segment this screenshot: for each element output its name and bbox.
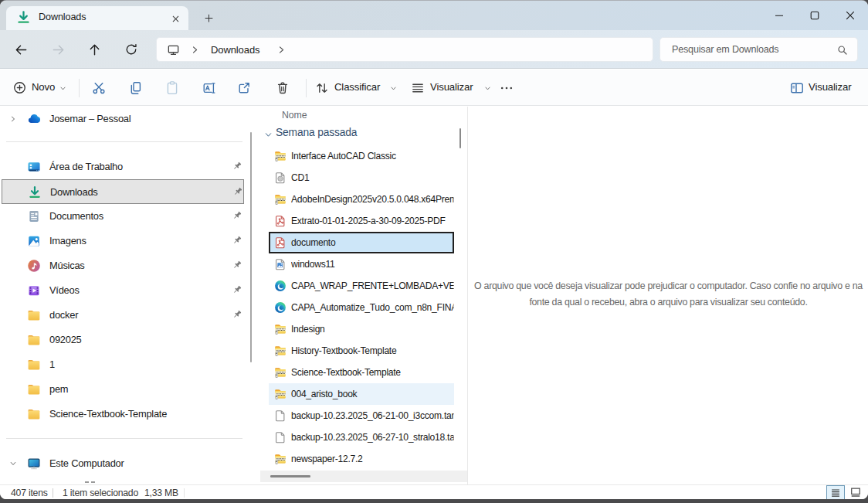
sidebar-item-v-deos[interactable]: Vídeos: [2, 278, 244, 303]
preview-toggle-button[interactable]: Visualizar: [809, 81, 851, 93]
file-row[interactable]: Indesign: [269, 318, 454, 340]
breadcrumb-location[interactable]: Downloads: [211, 44, 259, 56]
file-name: Interface AutoCAD Classic: [291, 150, 454, 161]
file-row[interactable]: backup-10.23.2025_06-27-10_stralo18.tar.…: [269, 427, 454, 448]
view-icon[interactable]: [410, 80, 426, 96]
file-row[interactable]: Extrato-01-01-2025-a-30-09-2025-PDF: [269, 210, 454, 232]
pin-icon: [232, 186, 243, 198]
sort-button[interactable]: Classificar: [334, 81, 380, 93]
file-name: AdobeInDesign2025v20.5.0.048.x64Premium: [291, 193, 454, 205]
search-box[interactable]: Pesquisar em Downloads: [659, 37, 858, 62]
file-row[interactable]: windows11: [269, 253, 454, 275]
sidebar-item-downloads[interactable]: Downloads: [2, 179, 244, 204]
file-row[interactable]: Science-Textbook-Template: [269, 362, 454, 383]
file-row[interactable]: 004_aristo_book: [269, 383, 454, 405]
up-button[interactable]: [83, 38, 106, 61]
minimize-button[interactable]: [761, 1, 797, 29]
view-chevron-icon[interactable]: [484, 85, 491, 92]
pin-icon: [231, 260, 242, 271]
new-tab-button[interactable]: [201, 10, 216, 25]
group-collapse-chevron-icon[interactable]: [264, 131, 273, 139]
sidebar-item-pem[interactable]: pem: [2, 377, 244, 402]
rename-button[interactable]: [202, 80, 217, 96]
sort-chevron-icon[interactable]: [390, 85, 397, 92]
sort-icon[interactable]: [314, 80, 330, 96]
details-view-button[interactable]: [826, 485, 845, 499]
maximize-button[interactable]: [797, 1, 832, 29]
new-button[interactable]: Novo: [32, 81, 55, 93]
file-row[interactable]: AdobeInDesign2025v20.5.0.048.x64Premium: [269, 189, 454, 210]
sidebar-item-label: 092025: [49, 334, 82, 345]
file-row[interactable]: backup-10.23.2025_06-21-00_i3ccom.tar.gz: [269, 405, 454, 427]
cut-button[interactable]: [91, 80, 107, 96]
file-name: backup-10.23.2025_06-27-10_stralo18.tar.…: [291, 431, 454, 443]
file-row[interactable]: CAPA_WRAP_FRENTE+LOMBADA+VERSO: [269, 275, 454, 297]
sidebar-item-imagens[interactable]: Imagens: [2, 229, 244, 253]
file-name: backup-10.23.2025_06-21-00_i3ccom.tar.gz: [291, 410, 454, 421]
collapse-chevron-icon[interactable]: [9, 460, 17, 467]
file-row[interactable]: CAPA_Automatize_Tudo_com_n8n_FINAL: [269, 297, 454, 318]
sidebar-item-label: Músicas: [49, 260, 85, 271]
preview-pane: O arquivo que você deseja visualizar pod…: [467, 107, 868, 484]
file-row[interactable]: Interface AutoCAD Classic: [269, 145, 454, 167]
preview-pane-icon[interactable]: [789, 80, 805, 96]
status-separator: [53, 488, 53, 498]
column-header-name[interactable]: Nome: [282, 110, 307, 121]
tab-close-button[interactable]: [167, 10, 184, 27]
group-header[interactable]: Semana passada: [260, 125, 467, 144]
sidebar-item-onedrive[interactable]: Josemar – Pessoal: [2, 108, 244, 130]
navigation-bar: Downloads Pesquisar em Downloads: [0, 30, 868, 69]
folder-docs-icon: [274, 345, 287, 357]
search-icon[interactable]: [836, 44, 849, 56]
pin-icon: [231, 309, 242, 321]
status-bar: 407 itens 1 item selecionado 1,33 MB: [0, 484, 868, 499]
more-options-button[interactable]: [499, 80, 514, 96]
items-count: 407 itens: [11, 488, 48, 498]
sidebar-item-092025[interactable]: 092025: [2, 328, 244, 352]
sidebar-scrollbar[interactable]: [250, 132, 253, 362]
back-button[interactable]: [9, 38, 32, 61]
file-list-vertical-scrollbar[interactable]: [459, 128, 462, 148]
view-button[interactable]: Visualizar: [430, 81, 473, 93]
address-bar[interactable]: Downloads: [156, 37, 653, 62]
sidebar-item-1[interactable]: 1: [2, 352, 244, 377]
sidebar-item-label: Área de Trabalho: [49, 161, 123, 172]
documents-icon: [27, 209, 41, 223]
breadcrumb-chevron-icon-2[interactable]: [276, 45, 287, 55]
forward-button[interactable]: [46, 38, 70, 61]
breadcrumb-chevron-icon[interactable]: [190, 45, 200, 55]
folder-docs-icon: [274, 150, 287, 162]
paste-button[interactable]: [164, 80, 180, 96]
sidebar-item-m-sicas[interactable]: Músicas: [2, 253, 244, 278]
sidebar-item-science-textbook-template[interactable]: Science-Textbook-Template: [2, 402, 244, 427]
this-pc-icon[interactable]: [167, 43, 180, 56]
large-icons-view-button[interactable]: [848, 486, 863, 499]
sidebar-item-this-pc[interactable]: Este Computador: [2, 451, 244, 476]
file-row[interactable]: newspaper-12.7.2: [269, 448, 454, 470]
folder-icon: [27, 308, 41, 322]
delete-button[interactable]: [275, 80, 290, 96]
file-row[interactable]: documento: [269, 232, 454, 253]
expand-chevron-icon[interactable]: [9, 115, 17, 123]
sidebar-item-docker[interactable]: docker: [2, 303, 244, 328]
toolbar-separator-2: [306, 79, 307, 97]
sidebar-item-documentos[interactable]: Documentos: [2, 204, 244, 229]
share-button[interactable]: [236, 80, 252, 96]
this-pc-label: Este Computador: [49, 457, 124, 469]
sidebar-item--rea-de-trabalho[interactable]: Área de Trabalho: [2, 155, 244, 179]
close-button[interactable]: [832, 1, 868, 29]
new-icon[interactable]: [12, 80, 27, 95]
folder-docs-icon: [274, 193, 287, 206]
music-icon: [27, 259, 41, 273]
copy-button[interactable]: [128, 80, 144, 96]
pin-icon: [231, 210, 242, 222]
file-row[interactable]: History-Textbook-Template: [269, 340, 454, 362]
refresh-button[interactable]: [120, 38, 143, 61]
file-name: documento: [291, 236, 454, 248]
horizontal-scrollbar-thumb[interactable]: [270, 475, 310, 478]
file-list-horizontal-scrollbar[interactable]: [260, 471, 467, 482]
window-controls: [761, 1, 868, 30]
tab-downloads[interactable]: Downloads: [6, 6, 188, 30]
new-chevron-icon[interactable]: [59, 85, 66, 92]
file-row[interactable]: CD1: [269, 167, 454, 189]
